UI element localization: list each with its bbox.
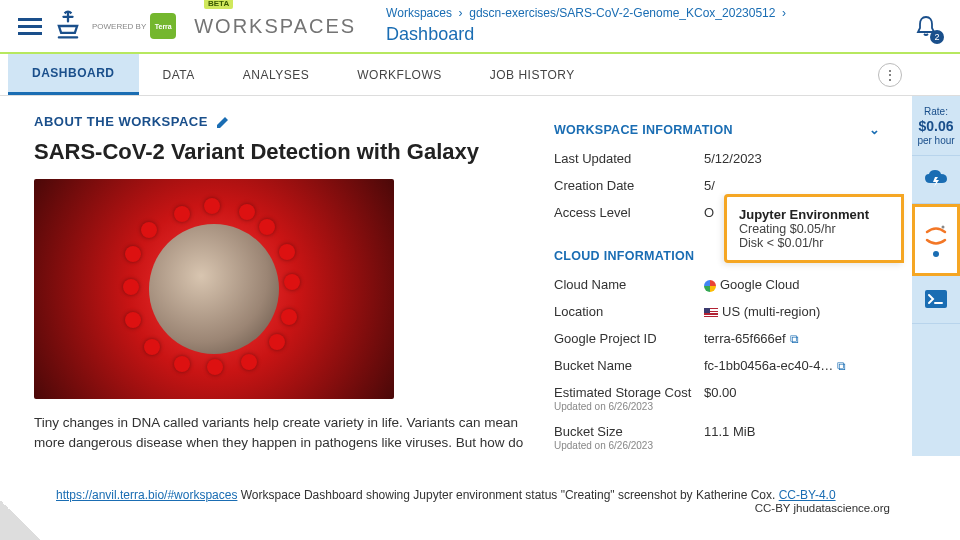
chevron-down-icon: ⌄ bbox=[869, 122, 880, 137]
page-corner-icon bbox=[0, 500, 40, 540]
svg-point-0 bbox=[942, 225, 945, 228]
tab-job-history[interactable]: JOB HISTORY bbox=[466, 54, 599, 95]
terra-logo: Terra bbox=[150, 13, 176, 39]
tab-data[interactable]: DATA bbox=[139, 54, 219, 95]
cc-attribution: CC-BY jhudatascience.org bbox=[755, 502, 890, 514]
license-link[interactable]: CC-BY-4.0 bbox=[779, 488, 836, 502]
copy-icon[interactable]: ⧉ bbox=[790, 332, 799, 346]
status-dot bbox=[933, 251, 939, 257]
page-title: SARS-CoV-2 Variant Detection with Galaxy bbox=[34, 139, 554, 165]
right-rail: Rate: $0.06 per hour bbox=[912, 96, 960, 456]
row-location: LocationUS (multi-region) bbox=[554, 298, 880, 325]
jupyter-icon[interactable] bbox=[912, 204, 960, 276]
hero-image bbox=[34, 179, 394, 399]
powered-by-label: POWERED BY bbox=[92, 22, 146, 31]
workspaces-heading: WORKSPACES bbox=[194, 15, 356, 38]
jupyter-tooltip: Jupyter Environment Creating $0.05/hr Di… bbox=[724, 194, 904, 263]
notifications-count: 2 bbox=[930, 30, 944, 44]
row-last-updated: Last Updated5/12/2023 bbox=[554, 145, 880, 172]
copy-icon[interactable]: ⧉ bbox=[837, 359, 846, 373]
row-project-id: Google Project IDterra-65f666ef⧉ bbox=[554, 325, 880, 352]
beta-badge: BETA bbox=[204, 0, 233, 9]
tab-workflows[interactable]: WORKFLOWS bbox=[333, 54, 466, 95]
tab-analyses[interactable]: ANALYSES bbox=[219, 54, 333, 95]
notifications-button[interactable]: 2 bbox=[910, 10, 942, 42]
footer-link[interactable]: https://anvil.terra.bio/#workspaces bbox=[56, 488, 237, 502]
row-bucket-size: Bucket SizeUpdated on 6/26/202311.1 MiB bbox=[554, 418, 880, 457]
us-flag-icon bbox=[704, 308, 718, 317]
anvil-logo bbox=[54, 10, 82, 42]
tab-dashboard[interactable]: DASHBOARD bbox=[8, 54, 139, 95]
google-cloud-icon bbox=[704, 280, 716, 292]
row-bucket-name: Bucket Namefc-1bb0456a-ec40-4…⧉ bbox=[554, 352, 880, 379]
svg-rect-1 bbox=[925, 290, 947, 308]
workspace-info-header[interactable]: WORKSPACE INFORMATION ⌄ bbox=[554, 114, 880, 145]
footer-caption: https://anvil.terra.bio/#workspaces Work… bbox=[0, 474, 960, 540]
more-menu-button[interactable]: ⋮ bbox=[878, 63, 902, 87]
row-storage-cost: Estimated Storage CostUpdated on 6/26/20… bbox=[554, 379, 880, 418]
terminal-icon[interactable] bbox=[912, 276, 960, 324]
description-text: Tiny changes in DNA called variants help… bbox=[34, 413, 544, 454]
about-heading: ABOUT THE WORKSPACE bbox=[34, 114, 554, 129]
row-cloud-name: Cloud NameGoogle Cloud bbox=[554, 271, 880, 298]
edit-icon[interactable] bbox=[216, 115, 230, 129]
rate-display: Rate: $0.06 per hour bbox=[912, 102, 960, 156]
breadcrumb[interactable]: Workspaces › gdscn-exercises/SARS-CoV-2-… bbox=[386, 5, 910, 47]
menu-hamburger[interactable] bbox=[18, 14, 42, 39]
cloud-bolt-icon[interactable] bbox=[912, 156, 960, 204]
